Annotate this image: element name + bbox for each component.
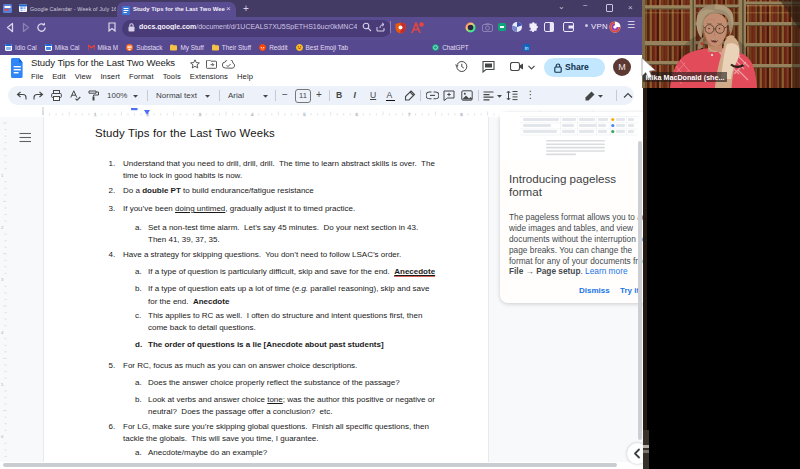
- svg-text:3: 3: [199, 112, 202, 117]
- svg-text:5: 5: [1, 382, 4, 387]
- svg-text:4: 4: [1, 330, 4, 335]
- svg-text:6: 6: [356, 112, 359, 117]
- svg-text:in: in: [524, 46, 528, 51]
- svg-text:8: 8: [460, 112, 463, 117]
- svg-text:4: 4: [251, 112, 254, 117]
- svg-text:5: 5: [303, 112, 306, 117]
- svg-text:1: 1: [1, 173, 4, 178]
- svg-text:1: 1: [94, 112, 97, 117]
- svg-text:6: 6: [1, 434, 4, 439]
- svg-text:3: 3: [1, 277, 4, 282]
- svg-text:7: 7: [408, 112, 411, 117]
- svg-text:2: 2: [1, 225, 4, 230]
